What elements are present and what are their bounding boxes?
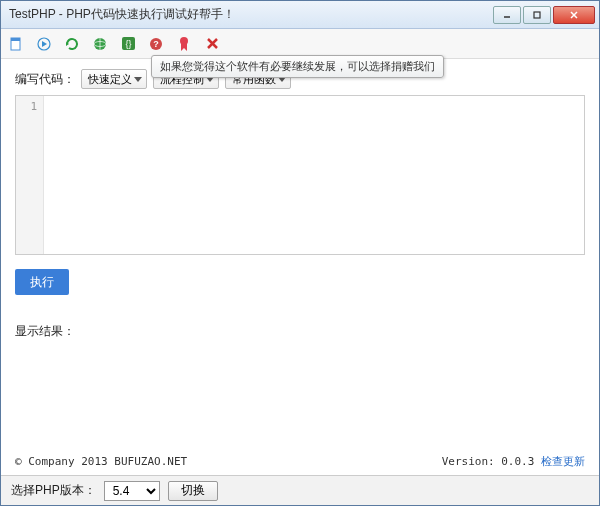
result-label: 显示结果： <box>15 323 585 340</box>
check-update-link[interactable]: 检查更新 <box>541 455 585 468</box>
php-version-select[interactable]: 5.4 <box>104 481 160 501</box>
minimize-button[interactable] <box>493 6 521 24</box>
ribbon-icon[interactable] <box>175 35 193 53</box>
select-version-label: 选择PHP版本： <box>11 482 96 499</box>
window-title: TestPHP - PHP代码快速执行调试好帮手！ <box>5 6 493 23</box>
code-textarea[interactable] <box>44 96 584 254</box>
new-file-icon[interactable] <box>7 35 25 53</box>
switch-button[interactable]: 切换 <box>168 481 218 501</box>
svg-text:?: ? <box>153 39 159 49</box>
svg-marker-17 <box>181 44 187 51</box>
window-controls <box>493 6 595 24</box>
code-editor[interactable]: 1 <box>15 95 585 255</box>
copyright-text: © Company 2013 BUFUZAO.NET <box>15 455 187 468</box>
play-icon[interactable] <box>35 35 53 53</box>
write-code-label: 编写代码： <box>15 71 75 88</box>
toolbar: {} ? 如果您觉得这个软件有必要继续发展，可以选择捐赠我们 <box>1 29 599 59</box>
svg-marker-7 <box>42 41 47 47</box>
line-gutter: 1 <box>16 96 44 254</box>
titlebar: TestPHP - PHP代码快速执行调试好帮手！ <box>1 1 599 29</box>
globe-icon[interactable] <box>91 35 109 53</box>
help-icon[interactable]: ? <box>147 35 165 53</box>
refresh-icon[interactable] <box>63 35 81 53</box>
donate-tooltip: 如果您觉得这个软件有必要继续发展，可以选择捐赠我们 <box>151 55 444 78</box>
status-bar: 选择PHP版本： 5.4 切换 <box>1 475 599 505</box>
line-number: 1 <box>16 100 37 113</box>
code-icon[interactable]: {} <box>119 35 137 53</box>
close-button[interactable] <box>553 6 595 24</box>
cancel-icon[interactable] <box>203 35 221 53</box>
quick-define-dropdown[interactable]: 快速定义 <box>81 69 147 89</box>
footer: © Company 2013 BUFUZAO.NET Version: 0.0.… <box>15 450 585 469</box>
version-number: 0.0.3 <box>501 455 534 468</box>
version-label: Version: <box>442 455 502 468</box>
svg-rect-5 <box>11 38 20 41</box>
run-button[interactable]: 执行 <box>15 269 69 295</box>
maximize-button[interactable] <box>523 6 551 24</box>
svg-point-16 <box>180 37 188 45</box>
svg-rect-1 <box>534 12 540 18</box>
version-area: Version: 0.0.3 检查更新 <box>442 454 585 469</box>
content-area: 编写代码： 快速定义 流程控制 常用函数 1 执行 显示结果： © Compan… <box>1 59 599 475</box>
svg-text:{}: {} <box>125 39 131 49</box>
app-window: TestPHP - PHP代码快速执行调试好帮手！ {} ? 如果您觉得这个软件… <box>0 0 600 506</box>
